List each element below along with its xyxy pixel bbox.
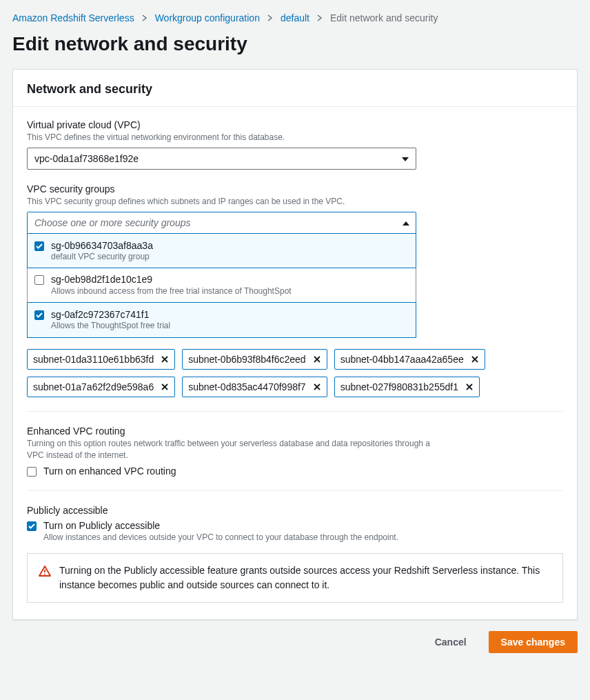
vpc-select[interactable]: vpc-0da1af73868e1f92e — [27, 148, 416, 170]
public-checkbox-sub: Allow instances and devices outside your… — [43, 532, 398, 542]
panel-title: Network and security — [27, 82, 563, 97]
sg-option-desc: default VPC security group — [51, 252, 153, 263]
subnet-id: subnet-0b6b93f8b4f6c2eed — [188, 354, 305, 365]
sg-select[interactable]: Choose one or more security groups — [27, 212, 416, 234]
sg-dropdown: sg-0b96634703af8aa3a default VPC securit… — [27, 233, 416, 338]
remove-icon[interactable] — [313, 383, 321, 391]
public-checkbox-label: Turn on Publicly accessible — [43, 520, 398, 531]
breadcrumb-item-2[interactable]: default — [281, 12, 309, 23]
subnet-id: subnet-01a7a62f2d9e598a6 — [33, 381, 154, 392]
remove-icon[interactable] — [465, 383, 474, 391]
public-label: Publicly accessible — [27, 505, 563, 516]
vpc-desc: This VPC defines the virtual networking … — [27, 132, 563, 143]
remove-icon[interactable] — [161, 383, 169, 391]
form-actions: Cancel Save changes — [12, 620, 578, 654]
subnet-chip: subnet-0d835ac4470f998f7 — [182, 377, 327, 397]
vpc-field: Virtual private cloud (VPC) This VPC def… — [27, 119, 563, 170]
subnet-id: subnet-04bb147aaa42a65ee — [340, 354, 464, 365]
sg-desc: This VPC security group defines which su… — [27, 196, 563, 208]
sg-option-1[interactable]: sg-0eb98d2f1de10c1e9 Allows inbound acce… — [28, 268, 416, 303]
chevron-right-icon — [316, 12, 323, 23]
caret-up-icon — [403, 217, 409, 228]
network-security-panel: Network and security Virtual private clo… — [12, 69, 578, 620]
breadcrumb-item-1[interactable]: Workgroup configuration — [155, 12, 260, 23]
sg-option-id: sg-0af2c972367c741f1 — [51, 308, 170, 321]
page-title: Edit network and security — [12, 33, 578, 55]
enhanced-checkbox[interactable] — [27, 467, 37, 477]
remove-icon[interactable] — [161, 355, 169, 363]
subnet-chips: subnet-01da3110e61bb63fd subnet-0b6b93f8… — [27, 349, 563, 397]
vpc-value: vpc-0da1af73868e1f92e — [34, 153, 139, 164]
enhanced-checkbox-label: Turn on enhanced VPC routing — [43, 466, 176, 477]
subnet-id: subnet-0d835ac4470f998f7 — [188, 381, 305, 392]
subnet-chip: subnet-01a7a62f2d9e598a6 — [27, 377, 175, 397]
checkbox-icon — [34, 275, 44, 285]
vpc-label: Virtual private cloud (VPC) — [27, 119, 563, 130]
remove-icon[interactable] — [471, 355, 479, 363]
breadcrumb: Amazon Redshift Serverless Workgroup con… — [12, 12, 578, 23]
subnet-chip: subnet-01da3110e61bb63fd — [27, 349, 175, 370]
public-checkbox[interactable] — [27, 521, 37, 531]
svg-point-1 — [44, 573, 45, 574]
sg-placeholder: Choose one or more security groups — [34, 217, 190, 228]
enhanced-routing-field: Enhanced VPC routing Turning on this opt… — [27, 426, 563, 477]
sg-label: VPC security groups — [27, 183, 563, 194]
remove-icon[interactable] — [313, 355, 321, 363]
public-warning-alert: Turning on the Publicly accessible featu… — [27, 553, 563, 603]
public-field: Publicly accessible Turn on Publicly acc… — [27, 505, 563, 603]
divider — [27, 490, 563, 491]
warning-icon — [39, 565, 51, 592]
subnet-id: subnet-027f980831b255df1 — [340, 381, 458, 392]
subnet-chip: subnet-027f980831b255df1 — [334, 377, 480, 397]
sg-option-desc: Allows inbound access from the free tria… — [51, 286, 292, 297]
save-button[interactable]: Save changes — [489, 631, 578, 653]
breadcrumb-item-current: Edit network and security — [330, 12, 438, 23]
sg-option-2[interactable]: sg-0af2c972367c741f1 Allows the ThoughtS… — [27, 302, 416, 338]
sg-option-0[interactable]: sg-0b96634703af8aa3a default VPC securit… — [27, 233, 416, 269]
enhanced-label: Enhanced VPC routing — [27, 426, 563, 437]
breadcrumb-item-0[interactable]: Amazon Redshift Serverless — [12, 12, 134, 23]
chevron-right-icon — [267, 12, 274, 23]
cancel-button[interactable]: Cancel — [423, 631, 479, 653]
checkbox-icon — [34, 241, 44, 251]
divider — [27, 411, 563, 412]
sg-option-id: sg-0b96634703af8aa3a — [51, 239, 153, 252]
subnet-chip: subnet-0b6b93f8b4f6c2eed — [182, 349, 327, 370]
sg-option-id: sg-0eb98d2f1de10c1e9 — [51, 273, 292, 286]
security-groups-field: VPC security groups This VPC security gr… — [27, 183, 563, 397]
caret-down-icon — [402, 153, 409, 164]
sg-option-desc: Allows the ThoughtSpot free trial — [51, 321, 170, 332]
subnet-chip: subnet-04bb147aaa42a65ee — [334, 349, 485, 370]
enhanced-desc: Turning on this option routes network tr… — [27, 438, 447, 461]
chevron-right-icon — [141, 12, 148, 23]
checkbox-icon — [34, 310, 44, 320]
subnet-id: subnet-01da3110e61bb63fd — [33, 354, 154, 365]
alert-message: Turning on the Publicly accessible featu… — [59, 563, 551, 592]
